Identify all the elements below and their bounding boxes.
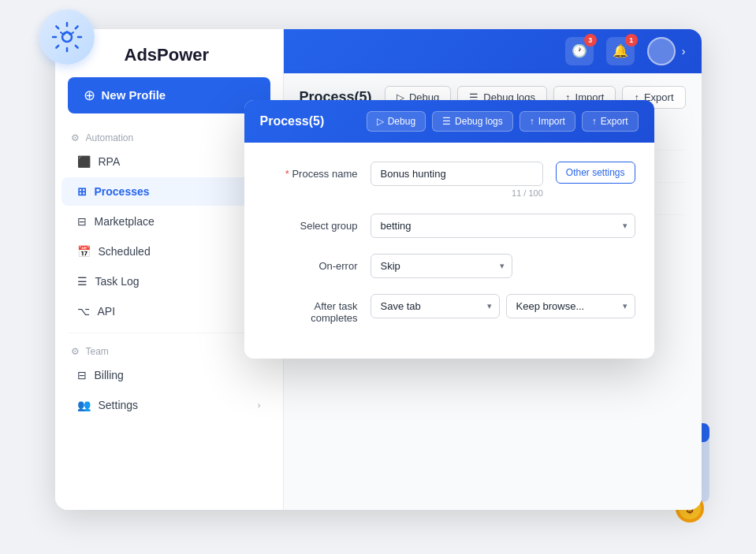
app-name: AdsPower [125,45,210,65]
modal-import-icon: ↑ [530,116,534,127]
after-task-select1[interactable]: Save tab [371,294,500,318]
select-group-label: Select group [263,214,358,232]
after-task-label: After task completes [263,294,358,324]
settings-chevron: › [258,400,261,410]
tasklog-icon: ☰ [77,275,88,288]
sidebar-api-label: API [98,305,261,318]
on-error-wrapper: Skip Stop Retry ▾ [371,254,635,278]
after-task-wrapper: Save tab ▾ Keep browse... ▾ [371,294,635,318]
new-profile-label: New Profile [102,88,166,102]
modal-import-button[interactable]: ↑ Import [520,111,575,132]
after-task-select2-wrapper: Keep browse... ▾ [506,294,635,318]
app-logo [39,9,95,65]
form-row-on-error: On-error Skip Stop Retry ▾ [263,254,635,278]
sidebar-marketplace-label: Marketplace [95,215,261,228]
sidebar-tasklog-label: Task Log [95,275,261,288]
rpa-icon: ⬛ [77,155,91,168]
modal-logs-icon: ☰ [442,116,451,127]
modal-export-label: Export [601,116,628,127]
new-profile-button[interactable]: ⊕ New Profile [68,77,270,113]
topbar-chevron[interactable]: › [682,45,686,58]
char-count: 11 / 100 [371,188,543,198]
modal-title: Process(5) [260,114,325,128]
sidebar-processes-label: Processes [95,185,261,198]
required-asterisk: * [285,168,289,180]
sidebar-item-billing[interactable]: ⊟ Billing [61,361,277,389]
modal-debug-logs-button[interactable]: ☰ Debug logs [432,111,513,132]
form-row-after-task: After task completes Save tab ▾ [263,294,635,324]
after-task-select1-wrapper: Save tab ▾ [371,294,500,318]
form-row-select-group: Select group betting ▾ [263,214,635,238]
settings-icon: 👥 [77,399,91,411]
select-group-select-wrapper: betting ▾ [371,214,635,238]
bell-badge: 1 [625,34,638,46]
sidebar-scheduled-label: Scheduled [99,245,261,258]
user-avatar[interactable] [647,37,676,65]
plus-icon: ⊕ [84,87,95,104]
after-task-selects: Save tab ▾ Keep browse... ▾ [371,294,635,318]
marketplace-icon: ⊟ [77,215,87,228]
clock-icon: 🕐 [572,43,587,58]
modal-container: Process(5) ▷ Debug ☰ Debug logs ↑ Import [244,100,654,359]
clock-icon-button[interactable]: 🕐 3 [565,37,594,65]
processes-icon: ⊞ [77,185,87,198]
select-group-select[interactable]: betting [371,214,635,238]
modal-export-button[interactable]: ↑ Export [582,111,639,132]
modal-export-icon: ↑ [592,116,597,127]
modal-import-label: Import [538,116,565,127]
process-name-wrapper: 11 / 100 Other settings [371,162,635,198]
sidebar-rpa-label: RPA [99,155,248,168]
form-row-process-name: * Process name 11 / 100 Other settings [263,162,635,198]
modal-debug-button[interactable]: ▷ Debug [367,111,426,132]
sidebar-item-settings[interactable]: 👥 Settings › [61,391,277,419]
automation-icon: ⚙ [71,132,80,143]
process-name-label: * Process name [263,162,358,180]
scheduled-icon: 📅 [77,245,91,258]
api-icon: ⌥ [77,305,90,318]
modal-debug-label: Debug [388,116,415,127]
modal-header: Process(5) ▷ Debug ☰ Debug logs ↑ Import [244,100,654,143]
billing-icon: ⊟ [77,369,87,381]
other-settings-label: Other settings [566,167,625,178]
sidebar-billing-label: Billing [95,369,261,381]
automation-section-label: Automation [86,132,134,143]
select-group-wrapper: betting ▾ [371,214,635,238]
on-error-select-wrapper: Skip Stop Retry ▾ [371,254,512,278]
on-error-label: On-error [263,254,358,272]
team-icon: ⚙ [71,346,80,357]
modal-body: * Process name 11 / 100 Other settings [244,143,654,359]
bell-icon: 🔔 [613,43,628,58]
sidebar-settings-label: Settings [99,399,250,411]
sidebar-divider [68,333,270,333]
after-task-select2[interactable]: Keep browse... [506,294,635,318]
clock-badge: 3 [584,34,597,46]
process-name-input[interactable] [371,162,543,186]
modal-header-actions: ▷ Debug ☰ Debug logs ↑ Import ↑ Export [367,111,639,132]
process-modal: Process(5) ▷ Debug ☰ Debug logs ↑ Import [244,100,654,359]
topbar: 🕐 3 🔔 1 › [284,29,702,73]
team-section-label: Team [86,346,109,357]
on-error-select[interactable]: Skip Stop Retry [371,254,512,278]
other-settings-button[interactable]: Other settings [556,162,635,184]
modal-play-icon: ▷ [377,116,384,127]
modal-debug-logs-label: Debug logs [455,116,503,127]
bell-icon-button[interactable]: 🔔 1 [606,37,635,65]
